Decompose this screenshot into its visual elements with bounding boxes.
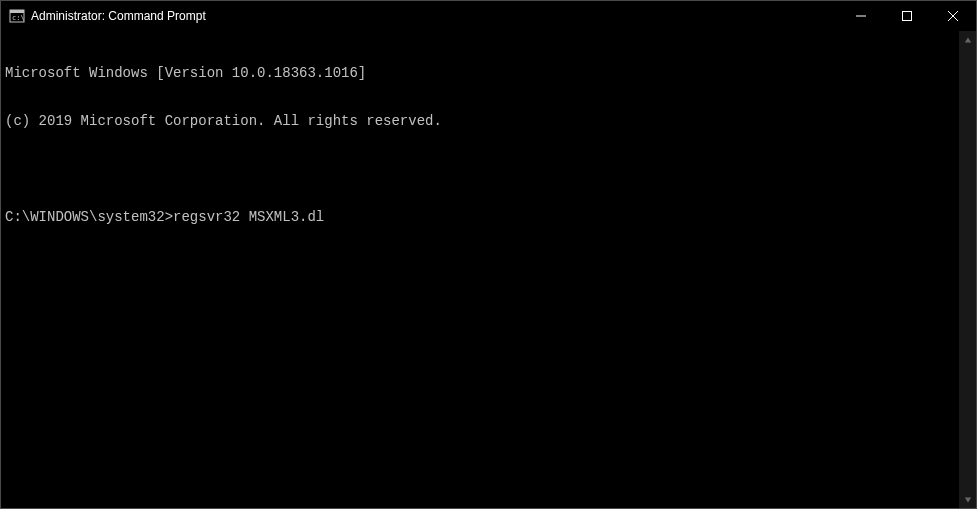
command-prompt-window: c:\ Administrator: Command Prompt Micros… bbox=[0, 0, 977, 509]
output-line: (c) 2019 Microsoft Corporation. All righ… bbox=[5, 113, 955, 129]
window-title: Administrator: Command Prompt bbox=[31, 9, 206, 23]
scroll-down-button[interactable] bbox=[959, 491, 976, 508]
vertical-scrollbar[interactable] bbox=[959, 31, 976, 508]
window-controls bbox=[838, 1, 976, 31]
app-icon: c:\ bbox=[9, 8, 25, 24]
scroll-track[interactable] bbox=[959, 48, 976, 491]
svg-marker-7 bbox=[964, 37, 970, 42]
prompt-line: C:\WINDOWS\system32>regsvr32 MSXML3.dl bbox=[5, 209, 955, 225]
maximize-button[interactable] bbox=[884, 1, 930, 31]
svg-marker-8 bbox=[964, 497, 970, 502]
svg-text:c:\: c:\ bbox=[12, 14, 25, 22]
titlebar[interactable]: c:\ Administrator: Command Prompt bbox=[1, 1, 976, 31]
output-line: Microsoft Windows [Version 10.0.18363.10… bbox=[5, 65, 955, 81]
terminal-output[interactable]: Microsoft Windows [Version 10.0.18363.10… bbox=[1, 31, 959, 508]
scroll-up-button[interactable] bbox=[959, 31, 976, 48]
text-cursor bbox=[324, 209, 332, 224]
prompt-text: C:\WINDOWS\system32> bbox=[5, 209, 173, 225]
output-blank bbox=[5, 161, 955, 177]
command-input[interactable]: regsvr32 MSXML3.dl bbox=[173, 209, 324, 225]
svg-rect-1 bbox=[10, 10, 24, 13]
svg-rect-4 bbox=[903, 12, 912, 21]
minimize-button[interactable] bbox=[838, 1, 884, 31]
content-area: Microsoft Windows [Version 10.0.18363.10… bbox=[1, 31, 976, 508]
close-button[interactable] bbox=[930, 1, 976, 31]
